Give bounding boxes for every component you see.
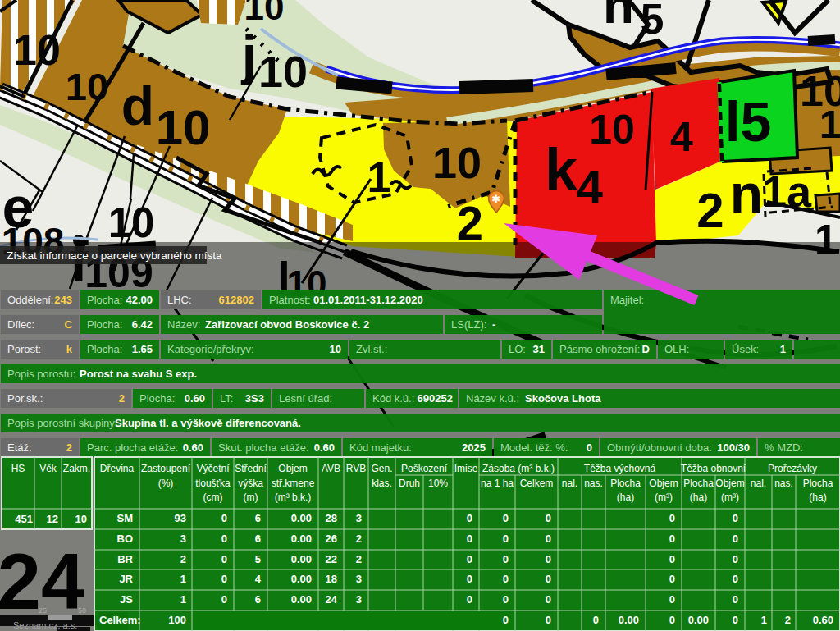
svg-text:1: 1	[819, 103, 840, 146]
svg-text:Kategorie/překryv:: Kategorie/překryv:	[167, 343, 254, 355]
svg-text:0: 0	[221, 573, 227, 585]
svg-text:0: 0	[221, 512, 227, 524]
svg-text:Gen.: Gen.	[371, 463, 392, 474]
svg-text:6.42: 6.42	[132, 318, 153, 331]
svg-text:Zařizovací obvod Boskovice č.: Zařizovací obvod Boskovice č. 2	[205, 318, 369, 331]
svg-text:Název:: Název:	[167, 318, 200, 331]
svg-text:Oddělení:: Oddělení:	[7, 294, 53, 306]
svg-text:0: 0	[669, 533, 675, 545]
svg-text:5: 5	[255, 553, 261, 565]
svg-text:0.00: 0.00	[291, 593, 312, 606]
svg-text:Majitel:: Majitel:	[610, 294, 644, 306]
svg-text:1: 1	[368, 153, 391, 201]
svg-text:10: 10	[330, 343, 341, 355]
svg-text:0: 0	[467, 533, 472, 545]
svg-text:1.65: 1.65	[132, 343, 153, 355]
svg-text:10: 10	[432, 138, 482, 187]
svg-text:Popis porostní skupiny:: Popis porostní skupiny:	[7, 417, 117, 429]
svg-text:Plocha: Plocha	[683, 478, 714, 489]
svg-text:4: 4	[255, 573, 262, 585]
svg-text:93: 93	[175, 512, 186, 524]
svg-text:Získat informace o parcele vyb: Získat informace o parcele vybraného mís…	[7, 249, 222, 262]
svg-text:100: 100	[168, 614, 186, 626]
svg-text:690252: 690252	[418, 392, 453, 405]
svg-text:0.00: 0.00	[291, 573, 312, 585]
svg-text:0.00: 0.00	[291, 533, 312, 545]
svg-text:0: 0	[467, 573, 472, 585]
svg-text:k: k	[545, 137, 578, 203]
svg-text:JS: JS	[120, 593, 133, 606]
svg-text:-: -	[492, 318, 495, 331]
svg-text:2: 2	[66, 441, 72, 454]
svg-text:24: 24	[326, 593, 338, 606]
svg-text:% MZD:: % MZD:	[765, 441, 803, 454]
svg-text:0.60: 0.60	[185, 392, 205, 405]
svg-text:50: 50	[78, 606, 86, 615]
svg-text:LO:: LO:	[509, 343, 526, 355]
svg-text:BR: BR	[117, 553, 133, 565]
svg-text:(cm): (cm)	[203, 492, 223, 503]
svg-text:Kód k.ú.:: Kód k.ú.:	[372, 392, 414, 405]
svg-text:(ha): (ha)	[809, 492, 826, 503]
svg-text:Plocha:: Plocha:	[87, 318, 122, 331]
svg-text:0: 0	[503, 533, 509, 545]
svg-text:0: 0	[669, 553, 675, 565]
svg-text:451: 451	[15, 513, 33, 525]
svg-text:(ha): (ha)	[690, 492, 707, 503]
svg-text:2: 2	[696, 183, 724, 238]
svg-text:n: n	[730, 163, 763, 224]
svg-text:(m³): (m³)	[655, 492, 673, 503]
svg-text:Celkem:: Celkem:	[99, 614, 141, 626]
svg-text:tloušťka: tloušťka	[195, 478, 231, 489]
svg-text:Parc. plocha etáže:: Parc. plocha etáže:	[87, 441, 178, 454]
svg-text:10: 10	[66, 65, 108, 108]
svg-text:JR: JR	[119, 573, 133, 585]
svg-text:Objem: Objem	[649, 478, 678, 489]
svg-text:Střední: Střední	[235, 463, 267, 474]
svg-text:Plocha: Plocha	[803, 478, 833, 489]
svg-text:0: 0	[733, 614, 738, 626]
svg-text:28: 28	[326, 512, 337, 524]
svg-text:0: 0	[587, 441, 592, 454]
svg-text:LHC:: LHC:	[167, 294, 192, 306]
svg-text:Etáž:: Etáž:	[7, 441, 32, 454]
svg-text:Zastoupení: Zastoupení	[141, 463, 191, 474]
svg-text:nas.: nas.	[774, 478, 793, 489]
svg-text:0: 0	[546, 553, 551, 565]
svg-text:12: 12	[47, 513, 58, 525]
svg-text:(m³): (m³)	[721, 492, 739, 503]
svg-text:0: 0	[546, 614, 551, 626]
svg-text:Výčetní: Výčetní	[196, 463, 230, 474]
svg-text:Plocha: Plocha	[610, 478, 641, 489]
svg-text:na 1 ha: na 1 ha	[481, 478, 514, 489]
svg-text:AVB: AVB	[322, 463, 340, 474]
svg-text:1: 1	[180, 573, 186, 585]
svg-text:Lesní úřad:: Lesní úřad:	[279, 392, 332, 405]
svg-text:Věk: Věk	[39, 463, 57, 474]
svg-text:HS: HS	[11, 463, 25, 474]
svg-text:Skupina tl. a výškově diferenc: Skupina tl. a výškově diferencovaná.	[115, 417, 301, 429]
svg-text:j: j	[240, 25, 257, 85]
svg-text:Obmýtí/obnovní doba:: Obmýtí/obnovní doba:	[607, 441, 712, 454]
svg-text:nal.: nal.	[751, 478, 766, 489]
svg-text:10: 10	[244, 0, 285, 27]
svg-text:Těžba obnovní: Těžba obnovní	[681, 463, 746, 474]
svg-text:0: 0	[503, 593, 509, 606]
svg-text:(m): (m)	[244, 492, 258, 503]
svg-text:4: 4	[577, 160, 603, 213]
svg-text:d: d	[121, 75, 154, 136]
svg-text:nal.: nal.	[562, 478, 578, 489]
svg-text:Objem: Objem	[715, 478, 744, 489]
svg-text:0: 0	[467, 512, 472, 524]
svg-text:10: 10	[589, 107, 635, 153]
svg-text:2: 2	[785, 614, 791, 626]
svg-text:10: 10	[75, 513, 87, 525]
svg-text:1a: 1a	[762, 167, 812, 216]
svg-text:0.60: 0.60	[183, 441, 203, 454]
svg-text:100/30: 100/30	[717, 441, 750, 454]
svg-text:Dílec:: Dílec:	[7, 318, 34, 331]
svg-text:6: 6	[255, 512, 261, 524]
svg-text:25: 25	[39, 606, 47, 615]
svg-text:0: 0	[669, 512, 675, 524]
svg-text:0.60: 0.60	[813, 614, 833, 626]
